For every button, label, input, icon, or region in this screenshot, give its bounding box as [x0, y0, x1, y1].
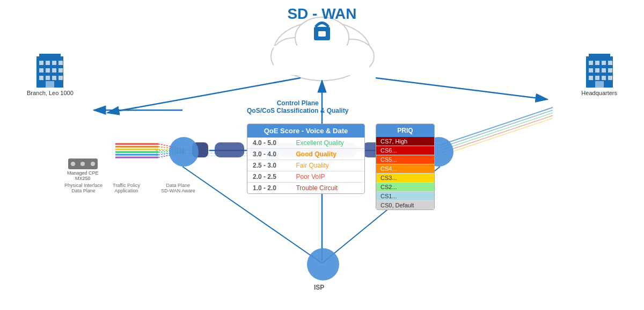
svg-line-16	[440, 107, 553, 145]
svg-rect-60	[602, 61, 606, 65]
qoe-score-5: 1.0 - 2.0	[247, 183, 290, 194]
svg-rect-5	[314, 27, 330, 40]
qoe-row-excellent: 4.0 - 5.0 Excellent Quality	[247, 138, 364, 149]
priq-cs2-label: CS2...	[376, 183, 434, 192]
priq-cs3-label: CS3...	[376, 174, 434, 183]
sdwan-label: SD - WAN	[287, 5, 356, 23]
priq-table-body: CS7, High CS6... CS5... CS4... CS3... CS…	[376, 137, 434, 210]
center-label: Control Plane QoS/CoS Classification & Q…	[247, 99, 348, 114]
svg-line-20	[440, 118, 553, 156]
priq-table: PRIQ CS7, High CS6... CS5... CS4... CS3.…	[376, 124, 435, 210]
svg-rect-45	[52, 61, 56, 65]
qoe-row-trouble: 1.0 - 2.0 Trouble Circuit	[247, 183, 364, 194]
priq-row-cs3: CS3...	[376, 174, 434, 183]
device-policy-label: Traffic Policy Application	[113, 183, 140, 193]
priq-cs7-label: CS7, High	[376, 137, 434, 146]
svg-rect-63	[595, 68, 599, 73]
qoe-quality-2: Good Quality	[290, 149, 364, 160]
device-mx-label: MX250	[75, 176, 91, 181]
qoe-score-table: QoE Score - Voice & Date 4.0 - 5.0 Excel…	[247, 124, 365, 194]
priq-cs0-label: CS0, Default	[376, 201, 434, 210]
left-network-node	[169, 137, 199, 167]
isp-label: ISP	[314, 284, 324, 291]
device-interface-label: Physical Interface Data Plane	[64, 183, 103, 193]
svg-rect-67	[595, 76, 599, 80]
svg-rect-43	[39, 61, 43, 65]
svg-point-3	[295, 17, 349, 58]
svg-rect-70	[595, 81, 604, 88]
qoe-score-2: 3.0 - 4.0	[247, 149, 290, 160]
priq-cs6-label: CS6...	[376, 146, 434, 155]
branch-left-building: Branch, Leo 1000	[27, 51, 74, 96]
isp-node	[307, 248, 339, 280]
svg-rect-51	[39, 76, 43, 80]
svg-rect-54	[58, 76, 63, 80]
qoe-score-3: 2.5 - 3.0	[247, 160, 290, 171]
qoe-quality-3: Fair Quality	[290, 160, 364, 171]
priq-row-cs7: CS7, High	[376, 137, 434, 146]
svg-rect-68	[602, 76, 606, 80]
priq-table-header: PRIQ	[376, 124, 434, 137]
svg-rect-49	[52, 68, 56, 73]
svg-rect-53	[52, 76, 56, 80]
svg-rect-44	[46, 61, 50, 65]
svg-rect-57	[589, 54, 610, 58]
qoe-row-fair: 2.5 - 3.0 Fair Quality	[247, 160, 364, 171]
svg-line-8	[376, 78, 547, 99]
center-label-line1: Control Plane	[247, 99, 348, 107]
qoe-row-good: 3.0 - 4.0 Good Quality	[247, 149, 364, 160]
svg-rect-36	[215, 142, 244, 157]
svg-line-19	[440, 116, 553, 153]
device-cpe-label: Managed CPE	[67, 170, 99, 176]
svg-point-2	[329, 39, 374, 74]
svg-rect-62	[589, 68, 593, 73]
priq-cs1-label: CS1...	[376, 192, 434, 201]
priq-row-cs5: CS5...	[376, 155, 434, 164]
qoe-row-poor: 2.0 - 2.5 Poor VoIP	[247, 171, 364, 183]
priq-row-cs4: CS4...	[376, 164, 434, 174]
qoe-table-body: 4.0 - 5.0 Excellent Quality 3.0 - 4.0 Go…	[247, 138, 364, 193]
svg-rect-42	[39, 54, 61, 58]
svg-line-17	[440, 110, 553, 148]
svg-rect-61	[608, 61, 612, 65]
sdwan-label-2: SD-WAN Aware	[161, 188, 195, 193]
interface-label-1: Physical Interface	[64, 183, 103, 188]
svg-rect-55	[46, 81, 54, 88]
svg-rect-69	[608, 76, 612, 80]
svg-rect-47	[39, 68, 43, 73]
priq-row-cs0: CS0, Default	[376, 201, 434, 210]
qoe-score-1: 4.0 - 5.0	[247, 138, 290, 149]
policy-label-2: Application	[113, 188, 140, 193]
priq-row-cs6: CS6...	[376, 146, 434, 155]
sdwan-label-1: Data Plane	[161, 183, 195, 188]
qoe-score-4: 2.0 - 2.5	[247, 171, 290, 183]
svg-rect-64	[602, 68, 606, 73]
svg-rect-4	[274, 46, 369, 75]
svg-line-18	[440, 113, 553, 150]
policy-label-1: Traffic Policy	[113, 183, 140, 188]
svg-rect-52	[46, 76, 50, 80]
svg-rect-48	[46, 68, 50, 73]
device-label-cpe: Managed CPE MX250	[67, 158, 99, 181]
svg-rect-66	[589, 76, 593, 80]
svg-rect-46	[58, 61, 63, 65]
branch-right-building: Headquarters	[581, 51, 617, 96]
qoe-quality-4: Poor VoIP	[290, 171, 364, 183]
priq-row-cs1: CS1...	[376, 192, 434, 201]
svg-point-0	[274, 21, 370, 81]
svg-rect-59	[595, 61, 599, 65]
interface-label-2: Data Plane	[64, 188, 103, 193]
priq-cs5-label: CS5...	[376, 155, 434, 164]
device-sdwan-label: Data Plane SD-WAN Aware	[161, 183, 195, 193]
svg-rect-50	[58, 68, 63, 73]
qoe-quality-1: Excellent Quality	[290, 138, 364, 149]
priq-cs4-label: CS4...	[376, 164, 434, 174]
branch-right-label: Headquarters	[581, 90, 617, 96]
center-label-line2: QoS/CoS Classification & Quality	[247, 107, 348, 114]
svg-rect-6	[318, 31, 326, 37]
svg-point-1	[271, 38, 319, 75]
qoe-table-header: QoE Score - Voice & Date	[247, 124, 364, 138]
qoe-quality-5: Trouble Circuit	[290, 183, 364, 194]
sdwan-cloud: SD - WAN	[287, 11, 356, 23]
svg-rect-58	[589, 61, 593, 65]
